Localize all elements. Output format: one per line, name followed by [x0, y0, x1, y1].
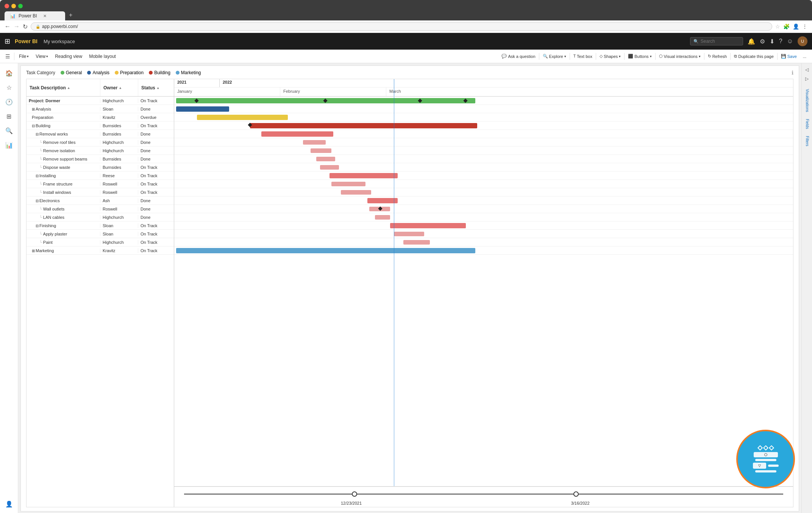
more-options-button[interactable]: ... — [800, 53, 809, 60]
table-row[interactable]: └Apply plaster Sloan On Track — [27, 230, 174, 238]
sidebar-recent-icon[interactable]: 🕐 — [2, 95, 16, 109]
browser-extension-icon[interactable]: 🧩 — [783, 23, 790, 30]
settings-icon[interactable]: ⚙ — [760, 38, 765, 45]
year-2021-label: 2021 — [174, 79, 220, 87]
legend-item-marketing: Marketing — [176, 70, 201, 75]
sidebar-home-icon[interactable]: 🏠 — [2, 66, 16, 80]
table-row[interactable]: ⊞Analysis Sloan Done — [27, 105, 174, 113]
table-row[interactable]: └Paint Highchurch On Track — [27, 238, 174, 246]
save-icon: 💾 — [781, 54, 786, 59]
table-row[interactable]: Preparation Kravitz Overdue — [27, 113, 174, 122]
scrubber-handle-left[interactable] — [352, 491, 357, 497]
viz-diamond-icon-1 — [757, 445, 762, 450]
nav-refresh-button[interactable]: ↻ — [23, 23, 28, 30]
browser-star-icon[interactable]: ☆ — [775, 23, 780, 30]
file-dropdown-icon: ▾ — [27, 55, 29, 58]
legend-item-preparation: Preparation — [115, 70, 144, 75]
viz-btn-3[interactable]: ▽ — [753, 463, 766, 469]
sidebar-data-icon[interactable]: 📊 — [2, 138, 16, 152]
table-row[interactable]: └Remove roof tiles Highchurch Done — [27, 138, 174, 147]
table-row[interactable]: ⊟Installing Reese On Track — [27, 172, 174, 180]
filters-panel-tab[interactable]: Filters — [804, 134, 810, 148]
browser-menu-icon[interactable]: ⋮ — [802, 23, 807, 30]
shapes-button[interactable]: ◇ Shapes ▾ — [597, 53, 623, 60]
sidebar-explore-icon[interactable]: 🔍 — [2, 124, 16, 137]
explore-button[interactable]: 🔍 Explore ▾ — [540, 53, 569, 60]
task-col-header: Task Description — [30, 85, 66, 90]
task-sort-icon[interactable]: ▲ — [67, 86, 70, 90]
table-row[interactable]: └Wall outlets Roswell Done — [27, 205, 174, 213]
visualizations-panel-tab[interactable]: Visualizations — [804, 87, 810, 114]
download-icon[interactable]: ⬇ — [770, 38, 775, 45]
traffic-light-yellow[interactable] — [11, 4, 16, 8]
sidebar-star-icon[interactable]: ☆ — [2, 81, 16, 94]
file-menu-button[interactable]: File▾ — [16, 53, 32, 60]
scrubber-right-date: 3/16/2022 — [571, 501, 590, 505]
table-row[interactable]: ⊟Building Burnsides On Track — [27, 122, 174, 130]
notification-icon[interactable]: 🔔 — [748, 38, 755, 45]
owner-sort-icon[interactable]: ▲ — [119, 86, 122, 90]
view-menu-button[interactable]: View▾ — [33, 53, 51, 60]
account-icon[interactable]: ☺ — [787, 38, 793, 45]
mobile-layout-button[interactable]: Mobile layout — [86, 53, 119, 60]
table-row[interactable]: └Install windows Roswell On Track — [27, 188, 174, 196]
textbox-button[interactable]: T Text box — [571, 53, 595, 60]
viz-btn-2[interactable] — [755, 459, 776, 461]
month-feb-label: February — [280, 87, 386, 97]
nav-forward-button[interactable]: → — [14, 23, 20, 30]
viz-btn-5[interactable] — [755, 470, 776, 472]
month-mar-label: March — [386, 87, 404, 97]
avatar[interactable]: U — [798, 36, 807, 46]
ask-icon: 💬 — [501, 54, 507, 59]
search-input[interactable] — [701, 39, 739, 44]
save-button[interactable]: 💾 Save — [778, 53, 800, 60]
status-sort-icon[interactable]: ▲ — [156, 86, 160, 90]
table-row[interactable]: ⊟Removal works Burnsides Done — [27, 130, 174, 138]
table-row[interactable]: Project: Dormer Highchurch On Track — [27, 97, 174, 105]
visualizations-overlay[interactable]: ▽ — [736, 430, 795, 488]
table-row[interactable]: ⊞Marketing Kravitz On Track — [27, 246, 174, 255]
scrubber-left-date: 12/23/2021 — [341, 501, 362, 505]
nav-back-button[interactable]: ← — [5, 23, 11, 30]
refresh-button[interactable]: ↻ Refresh — [705, 53, 730, 60]
viz-diamond-icon-2 — [763, 445, 768, 450]
table-row[interactable]: ⊟Electronics Ash Done — [27, 196, 174, 205]
browser-tab[interactable]: 📊 Power BI ✕ — [5, 11, 65, 20]
tab-close-icon[interactable]: ✕ — [43, 14, 47, 19]
fields-panel-tab[interactable]: Fields — [804, 117, 810, 131]
table-row[interactable]: └LAN cables Highchurch Done — [27, 213, 174, 221]
new-tab-button[interactable]: + — [65, 10, 76, 20]
ask-question-button[interactable]: 💬 Ask a question — [499, 53, 538, 60]
shapes-icon: ◇ — [600, 54, 603, 59]
table-row[interactable]: ⊟Finishing Sloan On Track — [27, 221, 174, 230]
sidebar-apps-icon[interactable]: ⊞ — [2, 109, 16, 123]
table-row[interactable]: └Remove support beams Burnsides Done — [27, 155, 174, 163]
viz-btn-1[interactable] — [754, 452, 778, 457]
browser-profile-icon[interactable]: 👤 — [793, 23, 799, 30]
help-icon[interactable]: ? — [779, 38, 782, 45]
month-jan-label: January — [174, 87, 280, 97]
sidebar-user-icon[interactable]: 👤 — [2, 497, 16, 511]
search-icon: 🔍 — [693, 39, 699, 44]
legend-title: Task Category — [26, 70, 55, 75]
viz-btn-4[interactable] — [768, 465, 779, 467]
waffle-menu-icon[interactable]: ⊞ — [5, 37, 10, 45]
buttons-button[interactable]: ⬛ Buttons ▾ — [625, 53, 654, 60]
table-row[interactable]: └Dispose waste Burnsides On Track — [27, 163, 174, 172]
table-row[interactable]: └Frame structure Roswell On Track — [27, 180, 174, 188]
panel-expand-right-icon[interactable]: ▷ — [804, 75, 810, 83]
visual-interactions-button[interactable]: ⬡ Visual interactions ▾ — [656, 53, 703, 60]
reading-view-button[interactable]: Reading view — [52, 53, 85, 60]
duplicate-icon: ⧉ — [734, 54, 737, 59]
duplicate-page-button[interactable]: ⧉ Duplicate this page — [731, 53, 776, 60]
table-row[interactable]: └Remove isolation Highchurch Done — [27, 147, 174, 155]
panel-expand-left-icon[interactable]: ◁ — [804, 65, 810, 74]
scrubber-handle-right[interactable] — [573, 491, 579, 497]
hamburger-menu-icon[interactable]: ☰ — [3, 53, 12, 59]
viz-diamond-icon-3 — [768, 445, 774, 450]
info-icon[interactable]: ℹ — [792, 70, 793, 76]
refresh-icon: ↻ — [708, 54, 711, 59]
workspace-label[interactable]: My workspace — [44, 39, 75, 44]
traffic-light-red[interactable] — [5, 4, 9, 8]
traffic-light-green[interactable] — [18, 4, 23, 8]
